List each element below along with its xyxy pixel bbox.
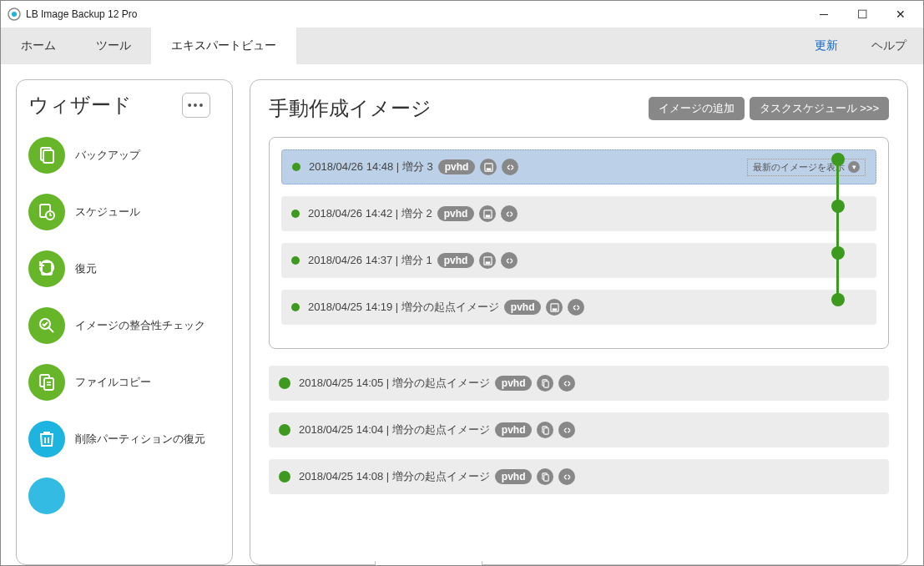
tree-node-icon (831, 153, 845, 166)
svg-rect-9 (44, 378, 53, 390)
format-badge: pvhd (495, 422, 533, 437)
tab-tools[interactable]: ツール (76, 28, 151, 64)
expand-icon[interactable] (558, 422, 575, 438)
window-close-button[interactable]: ✕ (881, 2, 920, 27)
status-dot-icon (279, 471, 290, 483)
svg-rect-19 (544, 381, 549, 387)
schedule-icon (28, 194, 65, 230)
image-row[interactable]: 2018/04/26 14:42 | 増分 2pvhd (281, 196, 876, 231)
row-timestamp: 2018/04/25 14:04 | 増分の起点イメージ (299, 422, 490, 437)
tree-node-icon (831, 293, 845, 306)
status-dot-icon (291, 303, 300, 311)
status-dot-icon (279, 377, 290, 389)
image-row[interactable]: 2018/04/26 14:37 | 増分 1pvhd (281, 243, 876, 278)
expand-icon[interactable] (502, 159, 518, 175)
row-timestamp: 2018/04/25 14:19 | 増分の起点イメージ (308, 300, 499, 315)
help-link[interactable]: ヘルプ (855, 28, 923, 64)
row-timestamp: 2018/04/25 14:05 | 増分の起点イメージ (299, 376, 490, 391)
status-dot-icon (291, 210, 300, 218)
expand-icon[interactable] (568, 299, 584, 316)
wizard-item-5[interactable]: 削除パーティションの復元 (28, 411, 217, 467)
svg-rect-17 (553, 308, 558, 311)
main-panel: 手動作成イメージ イメージの追加 タスクスケジュール >>> 2018/04/2… (250, 79, 908, 565)
tab-computer[interactable]: コンピューター (267, 562, 375, 566)
disk-icon[interactable] (480, 159, 497, 175)
disk-icon[interactable] (479, 252, 496, 269)
menubar: ホーム ツール エキスパートビュー 更新 ヘルプ (1, 28, 923, 64)
svg-rect-23 (544, 474, 549, 480)
image-row[interactable]: 2018/04/25 14:05 | 増分の起点イメージpvhd (269, 366, 889, 401)
wizard-item-1[interactable]: スケジュール (28, 184, 217, 240)
wizard-item-label: 削除パーティションの復元 (75, 432, 205, 447)
wizard-sidebar: ウィザード ••• バックアップスケジュール復元イメージの整合性チェックファイル… (16, 79, 233, 565)
status-dot-icon (292, 163, 300, 171)
format-badge: pvhd (437, 253, 475, 268)
app-icon (8, 8, 21, 21)
wizard-item-label: イメージの整合性チェック (75, 318, 205, 333)
format-badge: pvhd (495, 469, 533, 484)
status-dot-icon (291, 256, 300, 265)
wizard-item-0[interactable]: バックアップ (28, 127, 217, 184)
update-link[interactable]: 更新 (798, 28, 855, 64)
extra-icon (28, 478, 65, 514)
svg-rect-15 (486, 261, 491, 264)
svg-rect-3 (43, 150, 53, 163)
filecopy-icon (28, 364, 65, 401)
disk-icon[interactable] (546, 299, 563, 316)
row-timestamp: 2018/04/26 14:42 | 増分 2 (308, 206, 432, 221)
expand-icon[interactable] (501, 252, 518, 269)
row-timestamp: 2018/04/26 14:37 | 増分 1 (308, 253, 432, 268)
check-icon (28, 307, 65, 344)
wizard-item-3[interactable]: イメージの整合性チェック (28, 297, 217, 354)
window-maximize-button[interactable]: ☐ (843, 2, 881, 27)
expand-icon[interactable] (501, 205, 518, 222)
status-dot-icon (279, 424, 290, 436)
wizard-item-label: スケジュール (75, 205, 140, 220)
wizard-title: ウィザード (28, 92, 132, 119)
tab-home[interactable]: ホーム (1, 28, 76, 64)
app-title: LB Image Backup 12 Pro (26, 8, 137, 20)
svg-point-1 (12, 12, 17, 17)
copy-icon[interactable] (537, 468, 553, 485)
image-row[interactable]: 2018/04/25 14:19 | 増分の起点イメージpvhd (281, 290, 876, 325)
copy-icon[interactable] (537, 422, 553, 438)
wizard-item-label: バックアップ (75, 148, 140, 163)
format-badge: pvhd (438, 159, 476, 174)
chevron-down-icon: ▾ (848, 161, 860, 173)
format-badge: pvhd (504, 300, 542, 315)
image-list: 2018/04/26 14:48 | 増分 3pvhd最新のイメージを表示▾20… (269, 137, 889, 564)
backup-icon (28, 137, 65, 174)
svg-rect-21 (544, 427, 549, 433)
task-schedule-button[interactable]: タスクスケジュール >>> (750, 97, 889, 120)
bottom-tabs: コンピューター イメージビュー (267, 562, 482, 566)
titlebar: LB Image Backup 12 Pro ─ ☐ ✕ (1, 1, 923, 28)
svg-rect-13 (486, 215, 491, 217)
image-row[interactable]: 2018/04/25 14:08 | 増分の起点イメージpvhd (269, 459, 889, 494)
format-badge: pvhd (495, 376, 533, 391)
wizard-list[interactable]: バックアップスケジュール復元イメージの整合性チェックファイルコピー削除パーティシ… (28, 127, 225, 553)
image-row[interactable]: 2018/04/26 14:48 | 増分 3pvhd最新のイメージを表示▾ (281, 149, 876, 184)
row-timestamp: 2018/04/25 14:08 | 増分の起点イメージ (299, 469, 490, 484)
wizard-item-2[interactable]: 復元 (28, 240, 217, 297)
svg-rect-11 (487, 168, 492, 170)
main-title: 手動作成イメージ (269, 95, 432, 122)
wizard-item-label: ファイルコピー (75, 375, 151, 390)
show-latest-button[interactable]: 最新のイメージを表示▾ (747, 159, 866, 176)
disk-icon[interactable] (479, 205, 496, 222)
format-badge: pvhd (437, 206, 475, 221)
copy-icon[interactable] (537, 375, 553, 392)
tree-node-icon (831, 246, 845, 260)
expand-icon[interactable] (558, 375, 575, 392)
expand-icon[interactable] (558, 468, 575, 485)
tree-node-icon (831, 200, 845, 213)
image-row[interactable]: 2018/04/25 14:04 | 増分の起点イメージpvhd (269, 412, 889, 447)
wizard-item-label: 復元 (75, 261, 97, 276)
add-image-button[interactable]: イメージの追加 (649, 97, 745, 120)
wizard-menu-button[interactable]: ••• (182, 93, 210, 118)
row-timestamp: 2018/04/26 14:48 | 増分 3 (309, 159, 433, 174)
tab-image-view[interactable]: イメージビュー (375, 561, 482, 566)
tab-expert-view[interactable]: エキスパートビュー (151, 28, 296, 64)
restore-icon (28, 250, 65, 287)
window-minimize-button[interactable]: ─ (805, 2, 843, 27)
wizard-item-4[interactable]: ファイルコピー (28, 354, 217, 411)
